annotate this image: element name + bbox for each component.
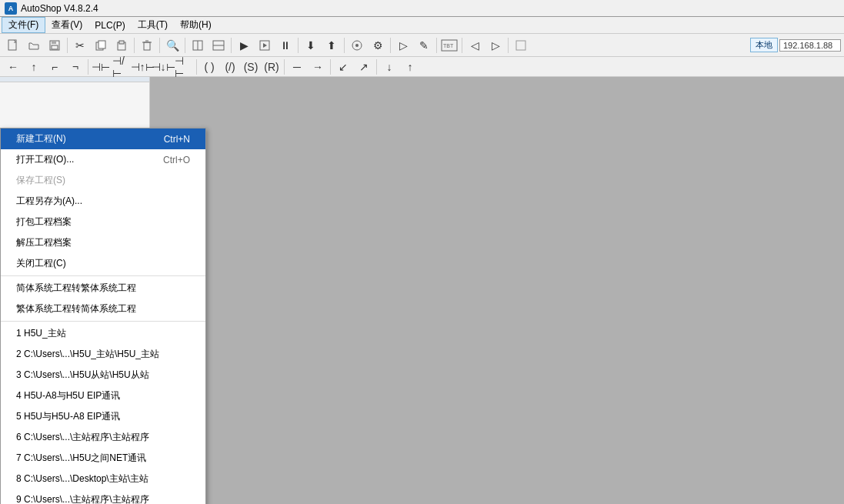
menu-sep-2: [1, 321, 205, 322]
toolbar-btn-8[interactable]: [255, 36, 275, 55]
toolbar-download-btn[interactable]: ⬇: [301, 36, 321, 55]
menu-recent-7[interactable]: 7 C:\Users\...\H5U之间NET通讯: [1, 448, 205, 469]
menu-saveas-project[interactable]: 工程另存为(A)...: [1, 191, 205, 212]
toolbar-upload-btn[interactable]: ⬆: [322, 36, 342, 55]
app-window: A AutoShop V4.8.2.4 文件(F) 查看(V) PLC(P) 工…: [0, 0, 844, 504]
ladder-sep-2: [196, 59, 197, 75]
address-area: 本地 192.168.1.88: [750, 38, 841, 52]
ladder-btn-15[interactable]: →: [308, 58, 328, 76]
menu-recent-2[interactable]: 2 C:\Users\...\H5U_主站\H5U_主站: [1, 344, 205, 365]
ladder-btn-5[interactable]: ⊣⊢: [91, 58, 111, 76]
ladder-btn-19[interactable]: ↑: [400, 58, 420, 76]
ladder-btn-10[interactable]: ( ): [199, 58, 219, 76]
toolbar-sep-10: [462, 38, 462, 53]
menu-file[interactable]: 文件(F): [2, 17, 45, 33]
menu-tools[interactable]: 工具(T): [132, 17, 174, 33]
toolbar-btn-11[interactable]: ⚙: [368, 36, 388, 55]
ladder-btn-9[interactable]: ⊣ ⊢: [174, 58, 194, 76]
menu-open-project[interactable]: 打开工程(O)... Ctrl+O: [1, 149, 205, 170]
toolbar-new-btn[interactable]: [3, 36, 23, 55]
ip-address[interactable]: 192.168.1.88: [779, 39, 841, 52]
menu-unpack-project[interactable]: 解压工程档案: [1, 232, 205, 253]
svg-rect-8: [144, 42, 150, 50]
ladder-btn-17[interactable]: ↗: [354, 58, 374, 76]
toolbar-sep-6: [298, 38, 299, 53]
menu-recent-8[interactable]: 8 C:\Users\...\Desktop\主站\主站: [1, 469, 205, 489]
toolbar-btn-6[interactable]: [208, 36, 229, 55]
toolbar-sep-2: [134, 38, 135, 53]
menu-help[interactable]: 帮助(H): [174, 17, 218, 33]
menu-recent-3[interactable]: 3 C:\Users\...\H5U从站\H5U从站: [1, 365, 205, 386]
ladder-sep-5: [376, 59, 377, 75]
toolbar-paste-btn[interactable]: [112, 36, 132, 55]
svg-rect-2: [52, 41, 56, 44]
menu-save-project[interactable]: 保存工程(S): [1, 170, 205, 191]
toolbar-sep-5: [231, 38, 232, 53]
menu-recent-6[interactable]: 6 C:\Users\...\主站程序\主站程序: [1, 427, 205, 448]
menu-close-project[interactable]: 关闭工程(C): [1, 253, 205, 274]
title-bar: A AutoShop V4.8.2.4: [0, 0, 844, 17]
svg-point-18: [355, 44, 359, 47]
toolbar-sep-3: [159, 38, 160, 53]
ladder-btn-6[interactable]: ⊣/⊢: [112, 58, 132, 76]
toolbar-run-btn[interactable]: ▷: [393, 36, 413, 55]
workspace: 新建工程(N) Ctrl+N 打开工程(O)... Ctrl+O 保存工程(S)…: [0, 77, 844, 504]
svg-text:TBT: TBT: [443, 43, 454, 48]
menu-recent-5[interactable]: 5 H5U与H5U-A8 EIP通讯: [1, 406, 205, 427]
svg-rect-3: [52, 45, 58, 49]
toolbar-sep-11: [508, 38, 509, 53]
svg-rect-21: [516, 41, 525, 50]
ladder-btn-8[interactable]: ⊣↓⊢: [153, 58, 173, 76]
ladder-btn-7[interactable]: ⊣↑⊢: [132, 58, 152, 76]
toolbar-btn-5[interactable]: [188, 36, 208, 55]
toolbar-sep-9: [436, 38, 437, 53]
app-icon: A: [5, 2, 17, 15]
toolbar-btn-13[interactable]: [511, 36, 531, 55]
toolbar-ladder: ← ↑ ⌐ ¬ ⊣⊢ ⊣/⊢ ⊣↑⊢ ⊣↓⊢ ⊣ ⊢ ( ) (/) (S) (…: [0, 57, 844, 77]
ladder-btn-3[interactable]: ⌐: [45, 58, 65, 76]
menu-recent-4[interactable]: 4 H5U-A8与H5U EIP通讯: [1, 386, 205, 406]
menu-recent-9[interactable]: 9 C:\Users\...\主站程序\主站程序: [1, 489, 205, 504]
toolbar-sep-4: [185, 38, 185, 53]
left-panel-header: [0, 77, 149, 82]
ladder-btn-12[interactable]: (S): [241, 58, 261, 76]
file-dropdown-menu: 新建工程(N) Ctrl+N 打开工程(O)... Ctrl+O 保存工程(S)…: [0, 128, 206, 504]
toolbar-open-btn[interactable]: [24, 36, 44, 55]
menu-to-simplified[interactable]: 繁体系统工程转简体系统工程: [1, 299, 205, 319]
ladder-btn-4[interactable]: ¬: [65, 58, 85, 76]
toolbar-back-btn[interactable]: ◁: [465, 36, 485, 55]
menu-view[interactable]: 查看(V): [45, 17, 88, 33]
toolbar-btn-9[interactable]: ⏸: [275, 36, 295, 55]
main-canvas: [150, 77, 844, 504]
menu-to-traditional[interactable]: 简体系统工程转繁体系统工程: [1, 278, 205, 299]
ladder-sep-1: [88, 59, 88, 75]
toolbar-copy-btn[interactable]: [91, 36, 111, 55]
toolbar-sep-8: [390, 38, 391, 53]
menu-plc[interactable]: PLC(P): [88, 17, 131, 33]
toolbar-delete-btn[interactable]: [137, 36, 157, 55]
ladder-btn-14[interactable]: ─: [287, 58, 307, 76]
menu-bar: 文件(F) 查看(V) PLC(P) 工具(T) 帮助(H): [0, 17, 844, 34]
ladder-btn-2[interactable]: ↑: [24, 58, 44, 76]
toolbar-write-btn[interactable]: ✎: [414, 36, 434, 55]
toolbar-btn-12[interactable]: TBT: [439, 36, 459, 55]
ladder-btn-11[interactable]: (/): [220, 58, 240, 76]
toolbar-sep-7: [344, 38, 345, 53]
menu-pack-project[interactable]: 打包工程档案: [1, 212, 205, 232]
menu-recent-1[interactable]: 1 H5U_主站: [1, 323, 205, 344]
toolbar-monitor-btn[interactable]: [347, 36, 367, 55]
toolbar-forward-btn[interactable]: ▷: [485, 36, 505, 55]
toolbar-cut-btn[interactable]: ✂: [70, 36, 90, 55]
ladder-btn-18[interactable]: ↓: [379, 58, 399, 76]
ladder-btn-16[interactable]: ↙: [333, 58, 353, 76]
svg-marker-16: [263, 43, 267, 48]
ladder-btn-1[interactable]: ←: [3, 58, 23, 76]
ladder-btn-13[interactable]: (R): [262, 58, 282, 76]
menu-new-project[interactable]: 新建工程(N) Ctrl+N: [1, 129, 205, 149]
menu-sep-1: [1, 275, 205, 276]
local-label: 本地: [750, 38, 778, 52]
toolbar-save-btn[interactable]: [45, 36, 65, 55]
toolbar-search-btn[interactable]: 🔍: [162, 36, 182, 55]
svg-rect-7: [119, 41, 124, 44]
toolbar-btn-7[interactable]: ▶: [234, 36, 254, 55]
